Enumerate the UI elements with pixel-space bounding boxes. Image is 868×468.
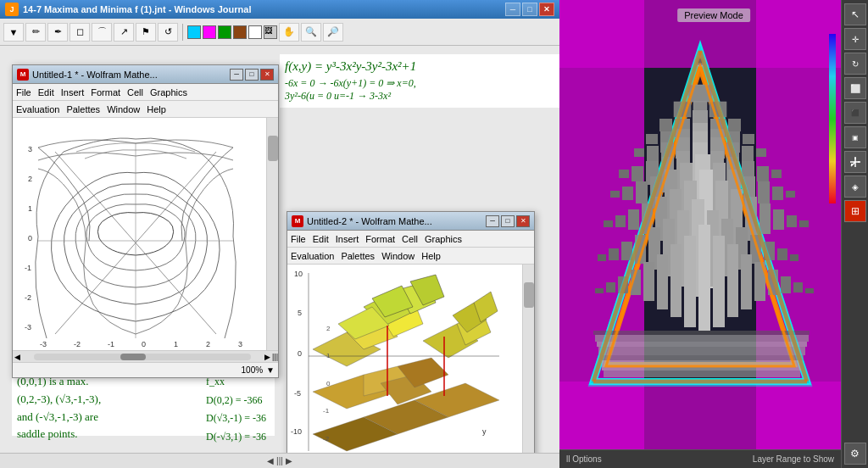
math-2-help[interactable]: Help [421,251,441,261]
pan-tool-btn[interactable]: ✋ [279,23,299,42]
math-2-edit[interactable]: Edit [313,234,329,244]
svg-rect-133 [609,248,619,260]
viewer-select-btn[interactable]: ↖ [844,3,866,25]
math-2-file[interactable]: File [291,234,306,244]
color-magenta[interactable] [203,25,216,39]
color-brown[interactable] [233,25,247,39]
math-2-content: 10 5 0 -5 -10 z [287,265,534,453]
math-2-cell[interactable]: Cell [402,234,418,244]
notes-area: (0,0,1) is a max. (0,2,-3), (√3,-1,-3), … [12,368,275,436]
svg-text:1: 1 [455,452,459,453]
math-2-scroll-thumb[interactable] [524,282,534,308]
math-1-scroll-thumb[interactable] [268,136,278,161]
svg-text:-2: -2 [328,452,335,453]
svg-text:-2: -2 [74,340,81,348]
color-green[interactable] [218,25,231,39]
math-1-title: Untitled-1 * - Wolfram Mathe... [32,70,230,80]
math-1-edit[interactable]: Edit [38,87,54,98]
journal-window: J 14-7 Maxima and Minima f (1).jnt - Win… [0,0,559,468]
viewer-toolbar: ↖ ✛ ↻ ⬜ ⬛ ▣ ◈ ⊞ ⚙ [841,0,868,468]
zoom-out-btn[interactable]: 🔎 [323,23,343,42]
math-2-insert[interactable]: Insert [336,234,359,244]
viewer-cube-btn[interactable]: ◈ [844,176,866,198]
color-cyan[interactable] [187,25,201,39]
math-1-insert[interactable]: Insert [61,87,85,98]
math-1-file[interactable]: File [16,87,31,98]
math-1-zoom-icon[interactable]: ▼ [266,365,275,375]
math-1-palettes[interactable]: Palettes [66,104,100,114]
color-gray[interactable]: 🖼 [264,25,277,39]
math-1-close[interactable]: ✕ [260,69,274,81]
select-tool-btn[interactable]: ▼ [3,23,24,42]
math-1-statusbar: 100% ▼ [13,362,278,377]
math-1-icon: M [17,69,29,81]
svg-rect-158 [741,254,752,309]
insert-tool-btn[interactable]: ↗ [114,23,134,42]
math-1-cell[interactable]: Cell [127,87,143,98]
viewer-layer-btn[interactable]: ⊞ [844,200,866,222]
journal-minimize-btn[interactable]: ─ [505,3,520,16]
math-1-menubar: File Edit Insert Format Cell Graphics [13,84,278,101]
viewer-view1-btn[interactable]: ⬜ [844,77,866,99]
math-1-help[interactable]: Help [147,104,166,114]
journal-maximize-btn[interactable]: □ [522,3,537,16]
math-2-format[interactable]: Format [365,234,395,244]
svg-text:10: 10 [294,270,303,278]
journal-win-controls: ─ □ ✕ [505,3,554,16]
svg-rect-167 [598,347,805,355]
viewer-axes-btn[interactable] [844,151,866,173]
eraser-tool-btn[interactable]: ◻ [70,23,90,42]
undo-btn[interactable]: ↺ [158,23,178,42]
svg-rect-83 [743,134,754,144]
svg-text:2: 2 [326,325,331,332]
svg-rect-170 [604,370,800,377]
svg-text:1: 1 [174,340,178,348]
zoom-in-btn[interactable]: 🔍 [301,23,321,42]
viewer-view2-btn[interactable]: ⬛ [844,102,866,124]
color-white[interactable] [248,25,262,39]
svg-rect-153 [670,244,682,317]
pen-tool-2-btn[interactable]: ✒ [47,23,68,42]
math-1-window[interactable]: Window [107,104,140,114]
svg-rect-94 [632,166,643,181]
lasso-tool-btn[interactable]: ⌒ [92,23,112,42]
svg-rect-131 [799,220,809,227]
math-1-evaluation[interactable]: Evaluation [16,104,59,114]
svg-text:-3: -3 [40,340,47,348]
math-2-minimize[interactable]: ─ [486,215,499,227]
viewer-view3-btn[interactable]: ▣ [844,126,866,148]
math-1-scroll-thumb-h[interactable] [120,354,146,360]
svg-rect-162 [793,282,803,292]
math-1-scrollbar-h[interactable]: ◀ ▶ ||| [13,350,278,362]
flag-tool-btn[interactable]: ⚑ [136,23,156,42]
math-1-scroll-track-h [34,354,251,360]
math-1-format[interactable]: Format [91,87,120,98]
svg-rect-72 [659,119,672,131]
svg-rect-148 [606,282,615,292]
math-1-scrollbar-v[interactable] [266,118,278,350]
det1: D(0,2) = -366 [206,392,266,410]
math-1-graphics[interactable]: Graphics [150,87,187,98]
viewer-move-btn[interactable]: ✛ [844,28,866,50]
viewer-settings-btn[interactable]: ⚙ [844,443,866,465]
math-2-window[interactable]: Window [381,251,415,261]
journal-title: 14-7 Maxima and Minima f (1).jnt - Windo… [23,4,251,14]
math-1-minimize[interactable]: ─ [230,69,243,81]
journal-icon: J [5,3,19,16]
math-2-win-controls: ─ □ ✕ [486,215,530,227]
math-2-maximize[interactable]: □ [501,215,515,227]
viewer-rotate-btn[interactable]: ↻ [844,53,866,75]
svg-rect-161 [781,276,791,293]
svg-rect-154 [684,236,696,327]
math-2-palettes[interactable]: Palettes [341,251,375,261]
math-2-graphics[interactable]: Graphics [425,234,462,244]
math-2-scrollbar-v[interactable] [522,265,534,453]
journal-close-btn[interactable]: ✕ [539,3,554,16]
viewer-bottombar: ll Options Layer Range to Show [559,449,841,468]
pen-tool-btn[interactable]: ✏ [25,23,46,42]
math-1-maximize[interactable]: □ [245,69,259,81]
svg-text:-3: -3 [25,323,31,332]
math-2-close[interactable]: ✕ [516,215,530,227]
svg-text:0: 0 [298,349,302,358]
math-2-evaluation[interactable]: Evaluation [291,251,334,261]
